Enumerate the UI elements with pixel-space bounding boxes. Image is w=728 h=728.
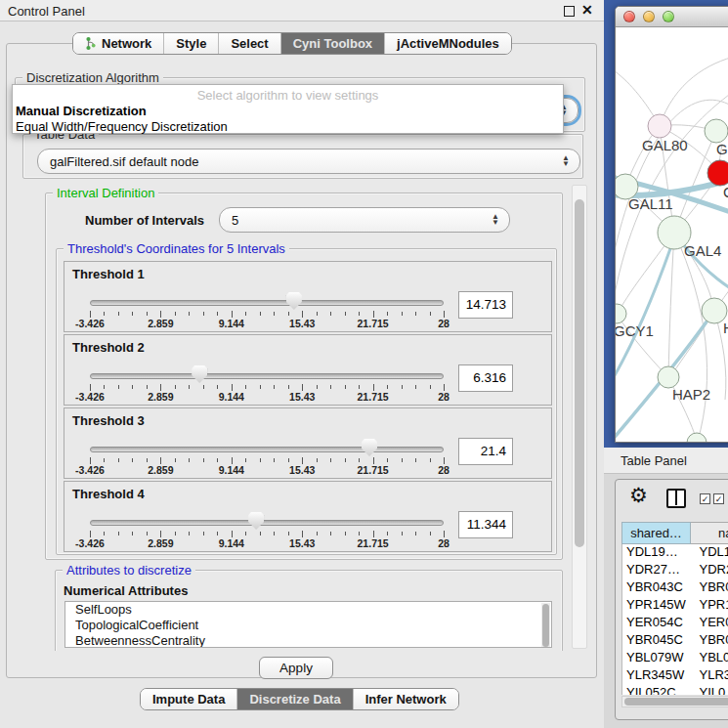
table-cell[interactable]: YIL052C bbox=[622, 685, 692, 695]
slider-scale: -3.4262.8599.14415.4321.71528 bbox=[90, 318, 444, 329]
dropdown-option-equal-width[interactable]: Equal Width/Frequency Discretization bbox=[13, 118, 563, 134]
scrollbar-thumb[interactable] bbox=[575, 199, 584, 547]
network-node[interactable] bbox=[616, 304, 626, 323]
table-cell[interactable]: YBR0 bbox=[692, 579, 728, 597]
slider-thumb[interactable] bbox=[248, 512, 264, 530]
table-cell[interactable]: YBR0 bbox=[692, 632, 728, 650]
slider-tick bbox=[330, 312, 331, 316]
list-item[interactable]: TopologicalCoefficient bbox=[65, 618, 551, 633]
column-header-shared[interactable]: shared… bbox=[621, 522, 691, 544]
slider-tick bbox=[232, 311, 233, 318]
zoom-traffic-light-icon[interactable] bbox=[663, 11, 674, 22]
table-data-combobox[interactable]: galFiltered.sif default node ▲▼ bbox=[37, 149, 580, 174]
table-cell[interactable]: YPR145W bbox=[622, 597, 692, 615]
network-edge[interactable] bbox=[660, 56, 728, 126]
list-item[interactable]: SelfLoops bbox=[65, 602, 551, 618]
table-row[interactable]: YDR27… YDR2 bbox=[622, 562, 728, 579]
table-cell[interactable]: YBR045C bbox=[622, 632, 692, 650]
table-cell[interactable]: YLR3 bbox=[692, 667, 728, 685]
table-cell[interactable]: YER054C bbox=[622, 615, 692, 632]
columns-icon[interactable] bbox=[666, 489, 686, 508]
table-row[interactable]: YBL079W YBL0 bbox=[622, 650, 728, 667]
network-node[interactable] bbox=[705, 119, 728, 143]
table-cell[interactable]: YDR27… bbox=[622, 562, 692, 579]
float-window-icon[interactable] bbox=[564, 6, 575, 17]
settings-scroll-area: Interval Definition Number of Intervals … bbox=[13, 183, 572, 651]
slider-tick bbox=[288, 312, 289, 316]
slider-tick bbox=[274, 385, 275, 389]
scrollbar-thumb[interactable] bbox=[624, 698, 728, 706]
scrollbar-thumb[interactable] bbox=[542, 604, 549, 647]
tab-label: Network bbox=[102, 36, 151, 51]
panel-scrollbar[interactable] bbox=[572, 185, 587, 649]
table-cell[interactable]: YBL0 bbox=[692, 650, 728, 667]
table-cell[interactable]: YBR043C bbox=[622, 579, 692, 597]
gear-icon[interactable]: ⚙ bbox=[629, 484, 648, 507]
table-cell[interactable]: YDL1 bbox=[692, 544, 728, 562]
slider-tick bbox=[387, 458, 388, 462]
threshold-value-field[interactable]: 11.344 bbox=[458, 511, 513, 538]
apply-button[interactable]: Apply bbox=[259, 657, 333, 679]
number-of-intervals-label: Number of Intervals bbox=[85, 213, 204, 228]
table-cell[interactable]: YIL0 bbox=[692, 685, 728, 695]
network-node[interactable] bbox=[707, 160, 728, 186]
number-of-intervals-combobox[interactable]: 5 ▲▼ bbox=[219, 207, 510, 233]
table-row[interactable]: YDL19… YDL1 bbox=[622, 544, 728, 562]
slider-tick bbox=[147, 532, 148, 535]
slider-tick bbox=[317, 312, 318, 316]
table-cell[interactable]: YPR1 bbox=[692, 597, 728, 615]
threshold-value-field[interactable]: 6.316 bbox=[458, 364, 513, 392]
close-icon[interactable]: ✕ bbox=[581, 2, 593, 18]
network-node[interactable] bbox=[658, 366, 679, 388]
table-row[interactable]: YLR345W YLR3 bbox=[622, 667, 728, 685]
slider-tick bbox=[132, 385, 133, 389]
threshold-slider[interactable] bbox=[90, 373, 444, 379]
dropdown-option-manual[interactable]: Manual Discretization bbox=[13, 103, 563, 118]
slider-thumb[interactable] bbox=[192, 365, 207, 383]
close-traffic-light-icon[interactable] bbox=[623, 11, 635, 22]
column-header-name[interactable]: na bbox=[691, 522, 728, 544]
network-node[interactable] bbox=[687, 433, 707, 443]
threshold-slider[interactable] bbox=[90, 520, 444, 526]
checkbox-icon[interactable]: ✓ bbox=[713, 493, 724, 504]
tab-impute-data[interactable]: Impute Data bbox=[141, 689, 236, 709]
tab-jactivemnodules[interactable]: jActiveMNodules bbox=[384, 33, 511, 54]
table-row[interactable]: YER054C YER0 bbox=[622, 615, 728, 632]
table-cell[interactable]: YLR345W bbox=[622, 667, 692, 685]
slider-thumb[interactable] bbox=[362, 439, 377, 456]
tab-network[interactable]: Network bbox=[73, 33, 163, 54]
tab-discretize-data[interactable]: Discretize Data bbox=[236, 689, 352, 709]
table-row[interactable]: YPR145W YPR1 bbox=[622, 597, 728, 615]
table-cell[interactable]: YBL079W bbox=[622, 650, 692, 667]
table-row[interactable]: YBR045C YBR0 bbox=[622, 632, 728, 650]
tab-style[interactable]: Style bbox=[163, 33, 218, 54]
slider-tick bbox=[373, 311, 374, 318]
threshold-value-field[interactable]: 14.713 bbox=[458, 291, 513, 319]
threshold-slider[interactable] bbox=[90, 300, 444, 306]
tab-select[interactable]: Select bbox=[218, 33, 279, 54]
threshold-value-field[interactable]: 21.4 bbox=[458, 438, 513, 465]
network-window-titlebar[interactable] bbox=[616, 7, 728, 27]
horizontal-scrollbar[interactable] bbox=[621, 696, 728, 707]
slider-thumb[interactable] bbox=[286, 292, 302, 310]
network-node-label: H bbox=[723, 320, 728, 336]
table-cell[interactable]: YDR2 bbox=[692, 562, 728, 579]
tab-infer-network[interactable]: Infer Network bbox=[353, 689, 458, 709]
right-region: GAL80G.CGAL11GAL4GCY1HHAP2 Table Panel ⚙… bbox=[604, 0, 728, 728]
table-cell[interactable]: YDL19… bbox=[622, 544, 692, 562]
attributes-group: Attributes to discretize Numerical Attri… bbox=[55, 570, 563, 651]
network-canvas[interactable]: GAL80G.CGAL11GAL4GCY1HHAP2 bbox=[616, 28, 728, 443]
minimize-traffic-light-icon[interactable] bbox=[643, 11, 655, 22]
list-item[interactable]: BetweennessCentrality bbox=[65, 633, 551, 648]
numerical-attributes-list[interactable]: SelfLoops TopologicalCoefficient Between… bbox=[64, 601, 552, 648]
group-legend: Interval Definition bbox=[53, 186, 158, 200]
checkbox-icon[interactable]: ✓ bbox=[700, 493, 710, 504]
table-row[interactable]: YBR043C YBR0 bbox=[622, 579, 728, 597]
tab-cyni-toolbox[interactable]: Cyni Toolbox bbox=[280, 33, 384, 54]
network-node[interactable] bbox=[648, 114, 671, 138]
table-cell[interactable]: YER0 bbox=[692, 615, 728, 632]
list-scrollbar[interactable] bbox=[541, 603, 550, 648]
slider-scale-label: 28 bbox=[438, 318, 450, 329]
table-row[interactable]: YIL052C YIL0 bbox=[622, 685, 728, 695]
threshold-slider[interactable] bbox=[90, 447, 444, 452]
